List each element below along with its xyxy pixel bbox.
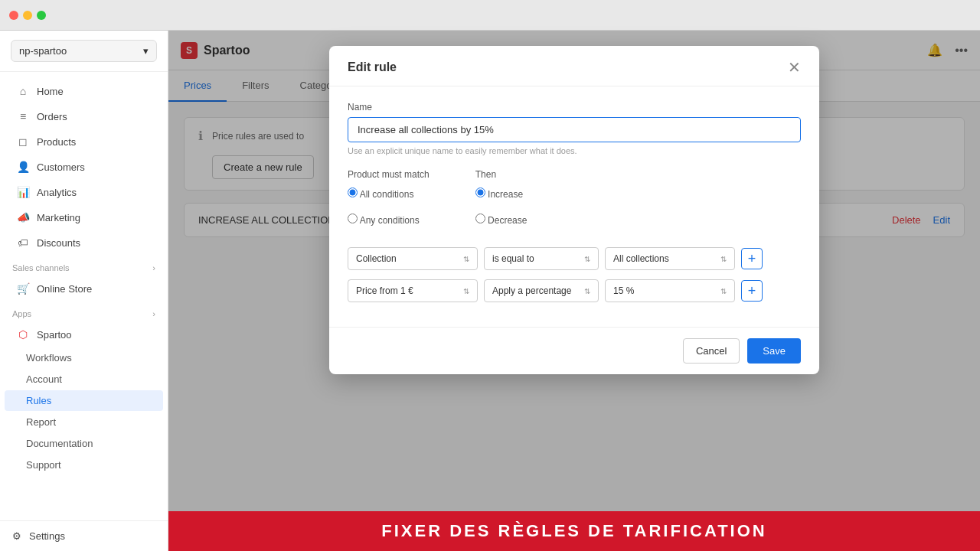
discounts-icon: 🏷 [17,236,29,249]
rule-name-input[interactable] [348,117,801,142]
close-dot[interactable] [9,11,18,20]
customers-icon: 👤 [17,161,29,173]
maximize-dot[interactable] [37,11,46,20]
chevron-down-icon: ⇅ [720,287,727,295]
settings-nav-item[interactable]: ⚙ Settings [12,530,155,542]
decrease-radio[interactable] [475,214,485,223]
sidebar-item-label: Customers [37,161,85,173]
any-conditions-radio[interactable] [348,214,358,223]
sidebar-item-label: Discounts [37,237,80,249]
apply-percentage-select[interactable]: Apply a percentage ⇅ [484,279,599,302]
chevron-down-icon: ⇅ [463,287,469,295]
collection-select[interactable]: Collection ⇅ [348,247,478,270]
sidebar-item-label: Documentation [26,438,93,449]
main-content: S Spartoo 🔔 ••• Prices Filters Categorie… [168,31,980,551]
chevron-down-icon: ⇅ [720,255,727,263]
store-name: np-spartoo [19,45,67,57]
then-col: Then Increase Decrease [475,169,528,233]
name-field-group: Name Use an explicit unique name to easi… [348,102,801,155]
filter-row-1: Collection ⇅ is equal to ⇅ All collectio… [348,247,801,270]
edit-rule-modal: Edit rule ✕ Name Use an explicit unique … [329,46,819,374]
sidebar-nav: ⌂ Home ≡ Orders ◻ Products 👤 Customers 📊… [0,72,168,520]
sidebar-item-label: Support [26,459,61,471]
settings-icon: ⚙ [12,530,21,542]
sidebar-item-label: Home [37,86,64,97]
spartoo-icon: ⬡ [17,328,29,341]
modal-header: Edit rule ✕ [329,46,819,86]
is-equal-to-select[interactable]: is equal to ⇅ [484,247,599,270]
sidebar-item-label: Account [26,373,62,385]
conditions-row: Product must match All conditions Any co… [348,169,801,233]
app-container: np-spartoo ▾ ⌂ Home ≡ Orders ◻ Products … [0,31,980,551]
cancel-button[interactable]: Cancel [683,338,740,364]
save-button[interactable]: Save [747,338,801,364]
then-label: Then [475,169,528,180]
name-label: Name [348,102,801,112]
modal-overlay[interactable]: Edit rule ✕ Name Use an explicit unique … [168,31,980,551]
sidebar-item-rules[interactable]: Rules [5,390,163,411]
sidebar-footer: ⚙ Settings [0,520,168,551]
banner-text: FIXER DES RÈGLES DE TARIFICATION [381,521,766,541]
product-match-group: All conditions Any conditions [348,187,430,233]
sidebar: np-spartoo ▾ ⌂ Home ≡ Orders ◻ Products … [0,31,168,551]
sidebar-item-label: Orders [37,111,67,122]
window-controls [9,11,46,20]
sidebar-item-label: Rules [26,395,51,406]
apps-section: Apps › [0,302,168,321]
sidebar-item-label: Workflows [26,352,72,364]
sidebar-item-label: Marketing [37,212,80,223]
marketing-icon: 📣 [17,211,29,223]
add-filter-1-button[interactable]: + [741,248,763,269]
chevron-down-icon: ⇅ [584,287,590,295]
chevron-down-icon: ▾ [143,45,149,57]
online-store-icon: 🛒 [17,282,29,295]
all-collections-select[interactable]: All collections ⇅ [605,247,735,270]
price-from-select[interactable]: Price from 1 € ⇅ [348,279,478,302]
chevron-down-icon: ⇅ [584,255,590,263]
sidebar-item-home[interactable]: ⌂ Home [5,79,163,103]
sidebar-item-label: Spartoo [37,329,72,341]
sidebar-item-customers[interactable]: 👤 Customers [5,155,163,179]
sidebar-item-report[interactable]: Report [5,412,163,432]
sidebar-item-label: Analytics [37,187,77,198]
any-conditions-option[interactable]: Any conditions [348,214,430,226]
sales-channels-section: Sales channels › [0,256,168,276]
sidebar-header: np-spartoo ▾ [0,31,168,72]
settings-label: Settings [29,530,65,542]
sidebar-item-analytics[interactable]: 📊 Analytics [5,180,163,204]
all-conditions-option[interactable]: All conditions [348,187,430,200]
increase-option[interactable]: Increase [475,187,528,200]
orders-icon: ≡ [17,110,29,122]
sidebar-item-spartoo[interactable]: ⬡ Spartoo [5,322,163,347]
sidebar-item-label: Online Store [37,283,92,295]
percentage-value-select[interactable]: 15 % ⇅ [605,279,735,302]
sidebar-item-workflows[interactable]: Workflows [5,347,163,368]
name-hint: Use an explicit unique name to easily re… [348,146,801,155]
decrease-option[interactable]: Decrease [475,214,528,226]
sidebar-item-orders[interactable]: ≡ Orders [5,104,163,129]
increase-radio[interactable] [475,187,485,197]
chevron-down-icon: ⇅ [463,255,469,263]
home-icon: ⌂ [17,85,29,97]
sidebar-item-marketing[interactable]: 📣 Marketing [5,205,163,230]
modal-close-button[interactable]: ✕ [788,60,801,75]
sidebar-item-discounts[interactable]: 🏷 Discounts [5,230,163,255]
sidebar-item-account[interactable]: Account [5,369,163,390]
apps-arrow-icon: › [152,309,155,318]
sidebar-item-products[interactable]: ◻ Products [5,129,163,154]
product-match-col: Product must match All conditions Any co… [348,169,430,233]
minimize-dot[interactable] [23,11,32,20]
sidebar-item-documentation[interactable]: Documentation [5,433,163,454]
products-icon: ◻ [17,135,29,148]
modal-body: Name Use an explicit unique name to easi… [329,86,819,327]
add-filter-2-button[interactable]: + [741,280,763,302]
section-arrow-icon: › [152,263,155,272]
all-conditions-radio[interactable] [348,187,358,197]
store-selector[interactable]: np-spartoo ▾ [11,40,157,62]
sidebar-item-support[interactable]: Support [5,455,163,475]
sidebar-item-label: Products [37,136,76,148]
sidebar-item-online-store[interactable]: 🛒 Online Store [5,276,163,301]
sidebar-item-label: Report [26,416,56,428]
modal-title: Edit rule [348,60,397,74]
filter-row-2: Price from 1 € ⇅ Apply a percentage ⇅ 15… [348,279,801,302]
